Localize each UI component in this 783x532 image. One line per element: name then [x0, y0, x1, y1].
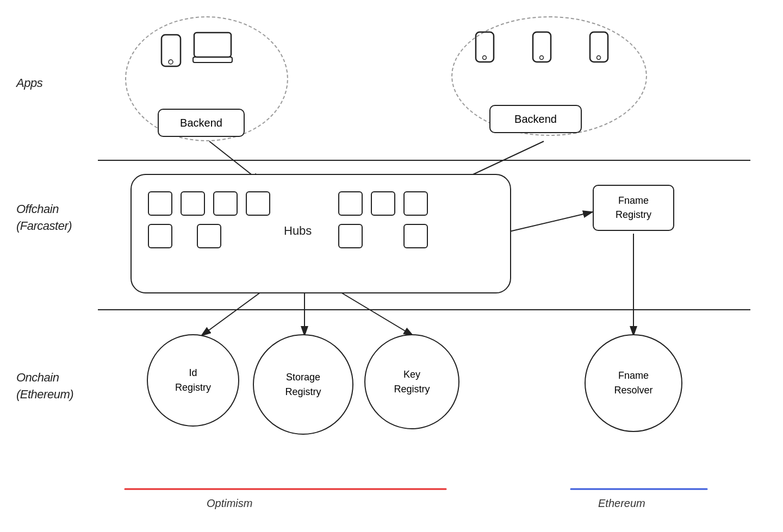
hubs-rect: Hubs — [130, 174, 511, 293]
hub-sq-3 — [213, 191, 238, 216]
hub-sq-7 — [338, 191, 363, 216]
svg-point-21 — [597, 56, 601, 60]
diagram-container: Apps Offchain(Farcaster) Onchain(Ethereu… — [0, 0, 783, 532]
ethereum-label: Ethereum — [598, 497, 645, 510]
hub-sq-4 — [246, 191, 270, 216]
hub-sq-8 — [371, 191, 395, 216]
svg-rect-18 — [533, 32, 551, 62]
laptop-icon — [191, 31, 235, 66]
hub-sq-11 — [403, 224, 428, 248]
fname-registry-box: Fname Registry — [593, 185, 674, 231]
hub-sq-10 — [338, 224, 363, 248]
key-registry-circle: Key Registry — [364, 334, 459, 429]
phone-icon-1 — [159, 34, 183, 74]
storage-registry-circle: Storage Registry — [253, 334, 353, 435]
hub-sq-2 — [181, 191, 205, 216]
hub-sq-6 — [197, 224, 221, 248]
apps-label: Apps — [16, 76, 42, 90]
backend-box-right: Backend — [489, 105, 582, 133]
phone-icon-3 — [531, 31, 553, 69]
onchain-label: Onchain(Ethereum) — [16, 370, 73, 403]
svg-rect-14 — [194, 33, 231, 57]
fname-resolver-circle: Fname Resolver — [585, 334, 682, 432]
svg-line-7 — [337, 290, 413, 336]
id-registry-circle: Id Registry — [147, 334, 239, 427]
phone-icon-2 — [474, 31, 496, 69]
optimism-label: Optimism — [207, 497, 252, 510]
svg-line-5 — [201, 288, 266, 336]
hub-sq-9 — [403, 191, 428, 216]
svg-line-8 — [500, 212, 593, 234]
svg-point-19 — [540, 56, 544, 60]
svg-rect-16 — [476, 32, 494, 62]
hubs-label: Hubs — [284, 224, 312, 238]
hub-sq-5 — [148, 224, 172, 248]
svg-point-17 — [483, 56, 487, 60]
svg-point-13 — [169, 60, 173, 64]
svg-rect-12 — [161, 35, 181, 66]
backend-box-left: Backend — [158, 109, 245, 137]
phone-icon-4 — [588, 31, 610, 69]
svg-rect-15 — [193, 57, 232, 62]
hub-sq-1 — [148, 191, 172, 216]
offchain-label: Offchain(Farcaster) — [16, 201, 72, 235]
svg-rect-20 — [590, 32, 608, 62]
